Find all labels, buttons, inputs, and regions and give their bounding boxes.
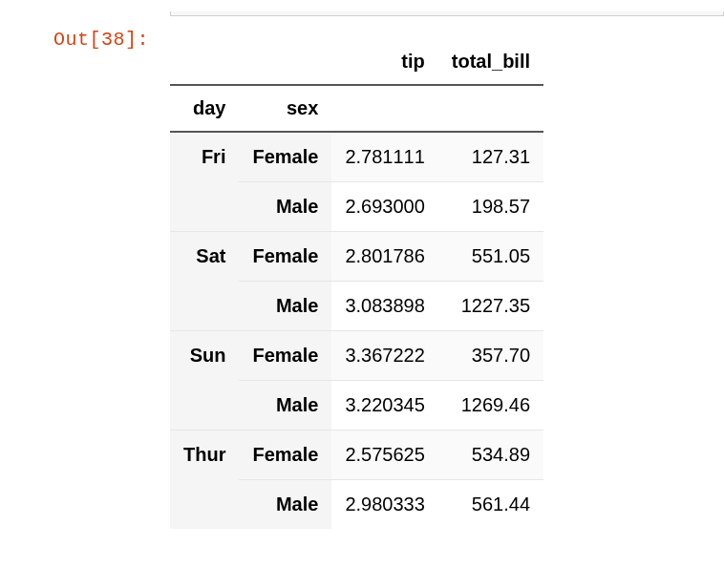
cell-sex: Female xyxy=(239,331,331,381)
cell-day: Sun xyxy=(170,331,239,430)
cell-sex: Male xyxy=(239,182,331,232)
table-row: Fri Female 2.781111 127.31 xyxy=(170,132,543,182)
cell-sex: Male xyxy=(239,480,331,530)
cell-tip: 2.980333 xyxy=(331,480,437,530)
cell-sex: Female xyxy=(239,430,331,480)
cell-sex: Female xyxy=(239,232,331,282)
table-row: Sun Female 3.367222 357.70 xyxy=(170,331,543,381)
cell-total-bill: 1227.35 xyxy=(438,282,543,331)
output-prompt-label: Out[38]: xyxy=(53,29,149,51)
cell-tip: 2.575625 xyxy=(331,430,437,480)
notebook-output-cell: Out[38]: tip total_bill day sex xyxy=(0,0,724,529)
cell-total-bill: 198.57 xyxy=(438,182,543,232)
cell-tip: 3.083898 xyxy=(331,282,437,331)
column-header-row: tip total_bill xyxy=(170,39,543,85)
header-blank xyxy=(170,39,239,85)
output-area: tip total_bill day sex Fri Female 2.7811… xyxy=(159,11,724,529)
index-name-day: day xyxy=(170,85,239,132)
cell-sex: Male xyxy=(239,282,331,331)
cell-day: Thur xyxy=(170,430,239,530)
dataframe-table: tip total_bill day sex Fri Female 2.7811… xyxy=(170,39,543,529)
table-header: tip total_bill day sex xyxy=(170,39,543,132)
cell-total-bill: 127.31 xyxy=(438,132,543,182)
cell-sex: Female xyxy=(239,132,331,182)
cell-sex: Male xyxy=(239,381,331,430)
input-cell-bottom-edge xyxy=(170,11,724,16)
table-body: Fri Female 2.781111 127.31 Male 2.693000… xyxy=(170,132,543,529)
cell-tip: 2.693000 xyxy=(331,182,437,232)
column-header-total-bill: total_bill xyxy=(438,39,543,85)
column-header-tip: tip xyxy=(331,39,437,85)
cell-day: Fri xyxy=(170,132,239,232)
cell-total-bill: 561.44 xyxy=(438,480,543,530)
cell-total-bill: 551.05 xyxy=(438,232,543,282)
cell-tip: 3.220345 xyxy=(331,381,437,430)
index-names-row: day sex xyxy=(170,85,543,132)
prompt-column: Out[38]: xyxy=(0,11,159,51)
table-row: Sat Female 2.801786 551.05 xyxy=(170,232,543,282)
cell-day: Sat xyxy=(170,232,239,331)
cell-tip: 2.781111 xyxy=(331,132,437,182)
header-blank xyxy=(438,85,543,132)
header-blank xyxy=(331,85,437,132)
cell-tip: 3.367222 xyxy=(331,331,437,381)
cell-total-bill: 357.70 xyxy=(438,331,543,381)
header-blank xyxy=(239,39,331,85)
cell-total-bill: 1269.46 xyxy=(438,381,543,430)
cell-total-bill: 534.89 xyxy=(438,430,543,480)
table-row: Thur Female 2.575625 534.89 xyxy=(170,430,543,480)
cell-tip: 2.801786 xyxy=(331,232,437,282)
index-name-sex: sex xyxy=(239,85,331,132)
